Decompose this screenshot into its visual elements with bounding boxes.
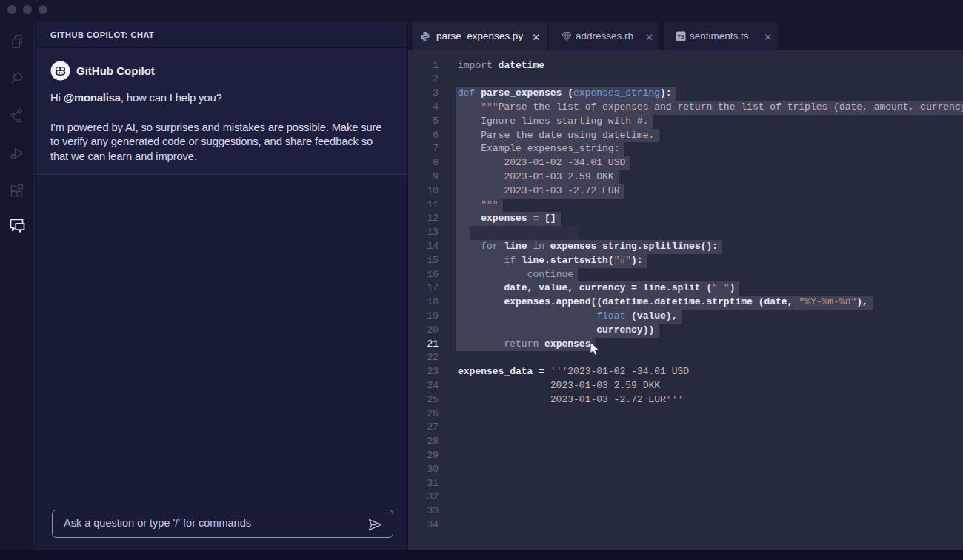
svg-text:TS: TS [678, 34, 684, 39]
